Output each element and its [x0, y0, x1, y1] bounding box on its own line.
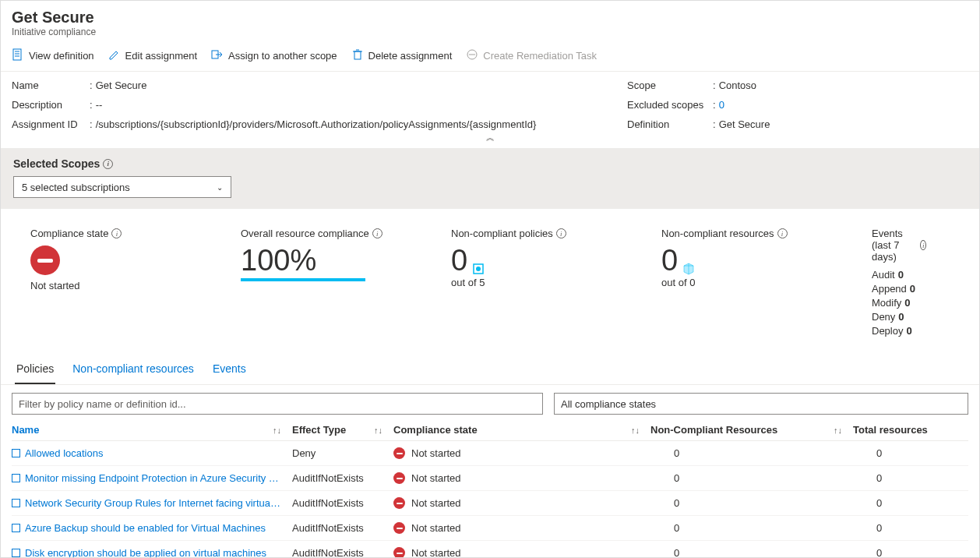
sort-icon: ↑↓: [374, 426, 382, 435]
sort-icon: ↑↓: [631, 426, 640, 435]
assignment-id-value: /subscriptions/{subscriptionId}/provider…: [96, 118, 537, 130]
scope-value: Contoso: [719, 79, 756, 91]
tabs: Policies Non-compliant resources Events: [1, 355, 979, 385]
effect-cell: AuditIfNotExists: [292, 497, 393, 509]
view-definition-button[interactable]: View definition: [12, 48, 94, 63]
progress-bar: [241, 278, 365, 281]
page-header: Get Secure Initiative compliance: [1, 1, 979, 41]
label: View definition: [29, 50, 94, 62]
noncomp-cell: 0: [650, 472, 853, 484]
info-icon[interactable]: i: [372, 228, 382, 238]
effect-cell: Deny: [292, 447, 393, 459]
not-started-icon: [393, 497, 405, 509]
assign-scope-button[interactable]: Assign to another scope: [211, 48, 337, 63]
info-icon[interactable]: i: [103, 159, 113, 169]
policy-icon: [12, 449, 20, 457]
details-section: Name:Get Secure Description:-- Assignmen…: [1, 72, 979, 130]
tab-events[interactable]: Events: [211, 355, 248, 384]
subtext: out of 0: [661, 277, 848, 288]
compliance-state-filter[interactable]: All compliance states: [554, 393, 968, 415]
overall-compliance-metric: Overall resource compliancei 100%: [241, 228, 451, 339]
policy-link[interactable]: Monitor missing Endpoint Protection in A…: [12, 472, 279, 484]
not-started-badge-icon: [30, 245, 60, 275]
excluded-scopes-value[interactable]: 0: [719, 99, 724, 111]
label: Non-compliant policies: [451, 228, 553, 239]
header-noncompliant[interactable]: Non-Compliant Resources↑↓: [650, 424, 853, 436]
page-subtitle: Initiative compliance: [12, 26, 968, 37]
resource-icon: [682, 263, 695, 275]
info-icon[interactable]: i: [111, 228, 122, 238]
create-remediation-button: Create Remediation Task: [466, 48, 597, 63]
label: Compliance state: [30, 228, 108, 239]
tab-noncompliant-resources[interactable]: Non-compliant resources: [71, 355, 196, 384]
label: Delete assignment: [368, 50, 453, 62]
policies-table: Name↑↓ Effect Type↑↓ Compliance state↑↓ …: [1, 418, 979, 558]
label: Non-compliant resources: [661, 228, 774, 239]
header-effect[interactable]: Effect Type↑↓: [292, 424, 393, 436]
not-started-icon: [393, 472, 405, 484]
tab-policies[interactable]: Policies: [15, 355, 55, 384]
svg-rect-0: [13, 49, 21, 60]
info-icon[interactable]: i: [556, 228, 566, 238]
policy-link[interactable]: Allowed locations: [12, 447, 103, 459]
definition-icon: [12, 48, 24, 63]
excluded-scopes-label: Excluded scopes: [627, 99, 713, 111]
header-state[interactable]: Compliance state↑↓: [393, 424, 650, 436]
policy-filter-input[interactable]: [12, 393, 543, 415]
task-icon: [466, 48, 478, 63]
effect-cell: AuditIfNotExists: [292, 547, 393, 558]
event-modify: Modify0: [872, 297, 926, 309]
effect-cell: AuditIfNotExists: [292, 472, 393, 484]
policy-link[interactable]: Disk encryption should be applied on vir…: [12, 547, 266, 558]
compliance-state-metric: Compliance statei Not started: [30, 228, 241, 339]
subtext: out of 5: [451, 277, 638, 288]
label: Overall resource compliance: [241, 228, 369, 239]
event-append: Append0: [872, 283, 926, 295]
definition-label: Definition: [627, 118, 713, 130]
collapse-toggle[interactable]: ︽: [1, 130, 979, 148]
value: All compliance states: [561, 398, 656, 410]
svg-rect-5: [354, 51, 361, 59]
label: Assign to another scope: [228, 50, 337, 62]
state-cell: Not started: [393, 447, 650, 459]
total-cell: 0: [853, 497, 947, 509]
event-audit: Audit0: [872, 269, 926, 281]
delete-assignment-button[interactable]: Delete assignment: [351, 48, 453, 63]
state-cell: Not started: [393, 497, 650, 509]
dropdown-value: 5 selected subscriptions: [22, 182, 130, 193]
description-value: --: [96, 99, 103, 111]
policy-link[interactable]: Azure Backup should be enabled for Virtu…: [12, 522, 266, 534]
noncompliant-resources-metric: Non-compliant resourcesi 0 out of 0: [661, 228, 872, 339]
header-total[interactable]: Total resources: [853, 424, 947, 436]
policy-icon: [12, 549, 20, 557]
definition-value: Get Secure: [719, 118, 770, 130]
total-cell: 0: [853, 472, 947, 484]
info-icon[interactable]: i: [777, 228, 788, 238]
policy-icon: [472, 263, 485, 275]
arrow-right-icon: [211, 48, 224, 63]
noncomp-cell: 0: [650, 547, 853, 558]
policy-link[interactable]: Network Security Group Rules for Interne…: [12, 497, 280, 509]
noncomp-cell: 0: [650, 447, 853, 459]
table-row: Network Security Group Rules for Interne…: [12, 491, 968, 516]
event-deploy: Deploy0: [872, 325, 926, 337]
events-metric: Events (last 7 days)i Audit0 Append0 Mod…: [872, 228, 950, 339]
not-started-icon: [393, 522, 405, 534]
name-value: Get Secure: [96, 79, 147, 91]
command-bar: View definition Edit assignment Assign t…: [1, 41, 979, 72]
table-row: Monitor missing Endpoint Protection in A…: [12, 466, 968, 491]
header-name[interactable]: Name↑↓: [12, 424, 292, 436]
info-icon[interactable]: i: [920, 240, 926, 250]
sort-icon: ↑↓: [834, 426, 842, 435]
edit-assignment-button[interactable]: Edit assignment: [108, 48, 198, 63]
policy-icon: [12, 499, 20, 507]
scope-label: Scope: [627, 79, 713, 91]
label: Create Remediation Task: [483, 50, 597, 62]
label: Edit assignment: [125, 50, 198, 62]
assignment-id-label: Assignment ID: [12, 118, 90, 130]
scopes-dropdown[interactable]: 5 selected subscriptions ⌄: [13, 176, 231, 198]
selected-scopes-section: Selected Scopesi 5 selected subscription…: [1, 148, 979, 209]
table-row: Disk encryption should be applied on vir…: [12, 541, 968, 558]
sort-icon: ↑↓: [273, 426, 281, 435]
value: 0: [661, 245, 678, 275]
